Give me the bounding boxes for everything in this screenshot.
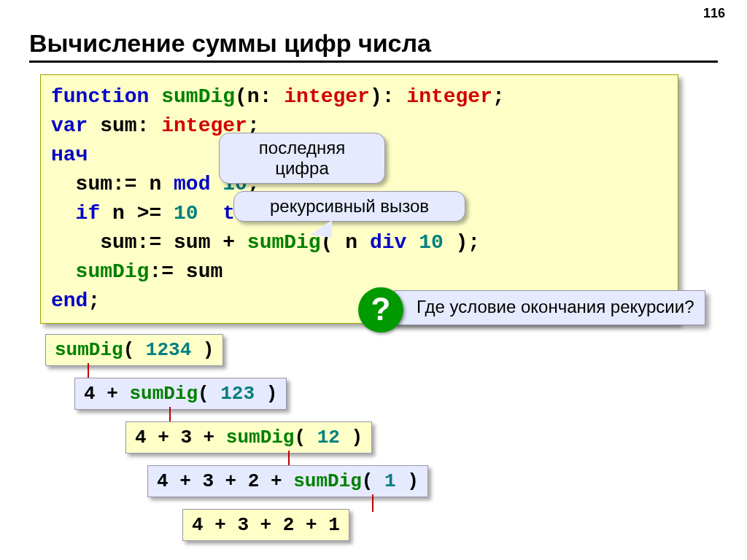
trace-step-5: 4 + 3 + 2 + 1 [182, 509, 349, 541]
question-box: Где условие окончания рекурсии? [394, 290, 705, 325]
code-line-7: sumDig:= sum [51, 257, 667, 287]
callout-last-digit: последняя цифра [219, 133, 385, 184]
callout-recursive-call: рекурсивный вызов [233, 191, 465, 222]
kw-var: var [51, 114, 88, 137]
code-line-1: function sumDig(n: integer): integer; [51, 82, 667, 112]
kw-function: function [51, 85, 149, 108]
code-line-6: sum:= sum + sumDig( n div 10 ); [51, 228, 667, 257]
literal: 10 [174, 202, 198, 225]
page-number: 116 [703, 6, 725, 21]
trace-step-1: sumDig( 1234 ) [45, 334, 223, 366]
trace-step-4: 4 + 3 + 2 + sumDig( 1 ) [147, 465, 428, 497]
type: integer [284, 85, 370, 108]
literal: 10 [419, 231, 444, 254]
kw-mod: mod [174, 173, 210, 195]
trace-step-2: 4 + sumDig( 123 ) [74, 378, 287, 410]
callout-tail [310, 220, 332, 238]
fn-name: sumDig [76, 260, 150, 283]
question-mark-icon: ? [358, 287, 403, 332]
kw-begin: нач [51, 144, 88, 166]
type: integer [406, 85, 492, 108]
slide-title: Вычисление суммы цифр числа [29, 29, 718, 63]
trace-step-3: 4 + 3 + sumDig( 12 ) [125, 421, 372, 454]
connector-line [372, 494, 374, 512]
kw-div: div [370, 231, 406, 254]
fn-name: sumDig [161, 85, 235, 108]
kw-end: end [51, 289, 88, 312]
kw-if: if [76, 202, 101, 225]
